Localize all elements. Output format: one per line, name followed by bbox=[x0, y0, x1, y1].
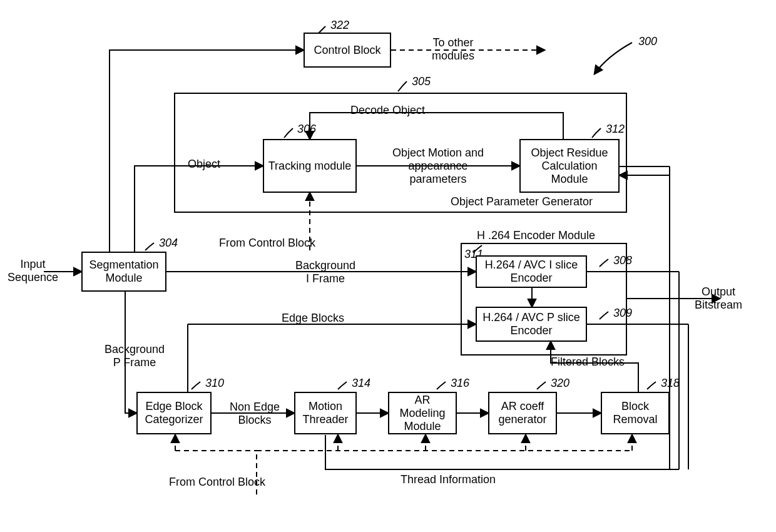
i-slice-encoder-label: H.264 / AVC I slice Encoder bbox=[479, 258, 583, 285]
ref-ar-model: 316 bbox=[451, 377, 469, 390]
ref-ar-coeff: 320 bbox=[551, 377, 569, 390]
bg-i-frame-label: Background I Frame bbox=[275, 259, 375, 285]
motion-threader-label: Motion Threader bbox=[298, 400, 353, 426]
block-removal: Block Removal bbox=[601, 392, 670, 434]
i-slice-encoder: H.264 / AVC I slice Encoder bbox=[476, 255, 587, 288]
bg-p-frame-label: Background P Frame bbox=[94, 343, 175, 369]
ref-i-slice: 308 bbox=[613, 254, 632, 267]
object-residue-label: Object Residue Calculation Module bbox=[523, 146, 616, 186]
ref-tracking: 306 bbox=[297, 123, 316, 136]
to-other-modules-label: To other modules bbox=[432, 36, 474, 63]
control-block: Control Block bbox=[304, 33, 391, 68]
object-residue-module: Object Residue Calculation Module bbox=[519, 139, 620, 193]
edge-block-categorizer: Edge Block Categorizer bbox=[136, 392, 212, 434]
control-block-label: Control Block bbox=[314, 44, 380, 57]
ref-system: 300 bbox=[638, 35, 657, 48]
segmentation-label: Segmentation Module bbox=[85, 258, 163, 285]
ar-coeff-generator: AR coeff generator bbox=[488, 392, 557, 434]
ref-control-block: 322 bbox=[330, 19, 349, 32]
ref-residue: 312 bbox=[606, 123, 625, 136]
edge-blocks-label: Edge Blocks bbox=[282, 312, 344, 325]
p-slice-encoder: H.264 / AVC P slice Encoder bbox=[476, 307, 587, 342]
thread-info-label: Thread Information bbox=[401, 473, 496, 486]
segmentation-module: Segmentation Module bbox=[81, 252, 166, 292]
ref-p-slice: 309 bbox=[613, 307, 632, 320]
ref-block-removal: 318 bbox=[661, 377, 680, 390]
ref-edge-categ: 310 bbox=[205, 377, 224, 390]
motion-threader: Motion Threader bbox=[294, 392, 357, 434]
edge-block-categorizer-label: Edge Block Categorizer bbox=[140, 400, 208, 426]
ar-modeling-module: AR Modeling Module bbox=[388, 392, 457, 434]
opg-label: Object Parameter Generator bbox=[451, 195, 593, 208]
input-sequence-label: Input Sequence bbox=[8, 258, 58, 284]
object-label: Object bbox=[188, 158, 220, 171]
decode-object-label: Decode Object bbox=[350, 104, 425, 117]
diagram-canvas: Control Block 322 To other modules 300 3… bbox=[0, 0, 776, 532]
block-removal-label: Block Removal bbox=[605, 400, 666, 426]
tracking-module: Tracking module bbox=[263, 139, 357, 193]
motion-appearance-label: Object Motion and appearance parameters bbox=[375, 146, 501, 186]
ref-segmentation: 304 bbox=[159, 237, 178, 250]
ar-modeling-label: AR Modeling Module bbox=[392, 394, 453, 433]
from-control-block-2-label: From Control Block bbox=[169, 476, 265, 489]
encoder-module-label: H .264 Encoder Module bbox=[477, 229, 595, 242]
from-control-block-label: From Control Block bbox=[219, 237, 315, 250]
non-edge-label: Non Edge Blocks bbox=[220, 401, 289, 427]
ref-motion-threader: 314 bbox=[352, 377, 370, 390]
ref-opg: 305 bbox=[412, 75, 431, 88]
filtered-blocks-label: Filtered Blocks bbox=[551, 356, 625, 369]
p-slice-encoder-label: H.264 / AVC P slice Encoder bbox=[479, 311, 583, 337]
ar-coeff-label: AR coeff generator bbox=[492, 400, 553, 426]
output-bitstream-label: Output Bitstream bbox=[695, 285, 742, 312]
tracking-module-label: Tracking module bbox=[268, 160, 351, 173]
